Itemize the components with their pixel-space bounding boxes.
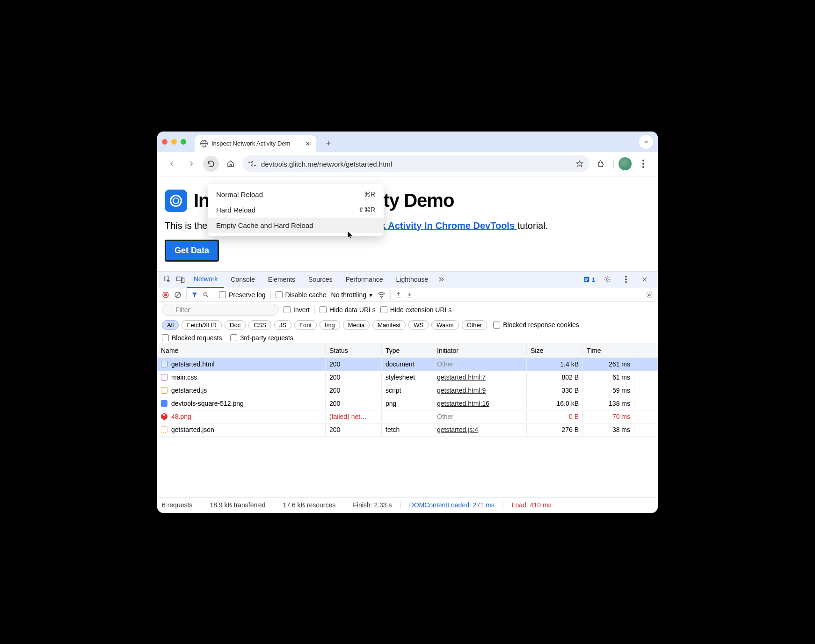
col-time[interactable]: Time [583,345,634,356]
table-row[interactable]: main.css200stylesheetgetstarted.html:780… [157,371,658,384]
menu-empty-cache-hard-reload[interactable]: Empty Cache and Hard Reload [208,218,384,233]
tab-elements[interactable]: Elements [262,271,302,288]
forward-button[interactable] [183,156,199,172]
table-row[interactable]: 48.png(failed) net…Other0 B70 ms [157,410,658,424]
col-type[interactable]: Type [382,345,433,356]
request-initiator[interactable]: getstarted.html:7 [433,372,527,383]
menu-hard-reload[interactable]: Hard Reload ⇧⌘R [208,202,384,218]
tab-console[interactable]: Console [224,271,261,288]
maximize-window-button[interactable] [181,139,186,145]
filter-pill-fetch[interactable]: Fetch/XHR [182,320,222,330]
filter-pill-img[interactable]: Img [320,320,340,330]
blocked-requests-checkbox[interactable]: Blocked requests [162,334,222,342]
search-button[interactable] [203,292,209,298]
request-initiator[interactable]: getstarted.html:16 [433,398,527,409]
hide-data-urls-checkbox[interactable]: Hide data URLs [320,306,376,314]
browser-tab[interactable]: Inspect Network Activity Dem ✕ [195,135,316,152]
home-icon [226,160,235,168]
request-time: 138 ms [583,398,634,409]
star-icon [575,160,584,168]
tab-lighthouse[interactable]: Lighthouse [390,271,435,288]
table-header: Name Status Type Initiator Size Time [157,344,658,358]
table-row[interactable]: getstarted.json200fetchgetstarted.js:427… [157,424,658,437]
file-type-icon [161,413,167,420]
filter-pill-ws[interactable]: WS [408,320,429,330]
filter-pill-media[interactable]: Media [343,320,370,330]
bookmark-button[interactable] [575,160,584,168]
menu-item-label: Normal Reload [216,190,263,198]
minimize-window-button[interactable] [171,139,177,145]
filter-pill-css[interactable]: CSS [248,320,271,330]
filter-input[interactable] [162,304,279,316]
blocked-cookies-checkbox[interactable]: Blocked response cookies [493,321,579,329]
throttling-dropdown[interactable]: No throttling ▾ [331,291,372,299]
disable-cache-checkbox[interactable]: Disable cache [276,291,327,299]
preserve-log-checkbox[interactable]: Preserve log [219,291,266,299]
device-toolbar-button[interactable] [174,276,187,283]
globe-icon [200,140,208,147]
col-status[interactable]: Status [326,345,382,356]
col-initiator[interactable]: Initiator [433,345,527,356]
request-status: (failed) net… [326,411,382,422]
filter-toggle-button[interactable] [191,292,198,298]
address-bar[interactable]: devtools.glitch.me/network/getstarted.ht… [242,155,589,172]
browser-menu-button[interactable] [635,156,651,172]
tab-network[interactable]: Network [187,271,224,288]
third-party-checkbox[interactable]: 3rd-party requests [230,334,293,342]
profile-avatar[interactable] [619,157,632,170]
get-data-button[interactable]: Get Data [165,240,219,262]
filter-pill-font[interactable]: Font [294,320,317,330]
network-conditions-button[interactable] [377,292,386,298]
settings-button[interactable] [601,276,614,283]
inspect-element-button[interactable] [161,276,174,283]
new-tab-button[interactable]: ＋ [322,136,335,149]
col-size[interactable]: Size [527,345,583,356]
import-button[interactable] [395,291,402,299]
network-settings-button[interactable] [646,291,653,299]
filter-pill-all[interactable]: All [162,320,179,330]
devtools-menu-button[interactable] [619,276,633,283]
request-name: 48.png [171,413,191,420]
more-tabs-button[interactable] [435,276,448,283]
table-row[interactable]: getstarted.js200scriptgetstarted.html:93… [157,384,658,397]
request-initiator[interactable]: getstarted.html:9 [433,385,527,396]
filter-pill-doc[interactable]: Doc [225,320,246,330]
checkbox-label: Invert [293,306,310,314]
home-button[interactable] [223,156,239,172]
table-row[interactable]: devtools-square-512.png200pnggetstarted.… [157,397,658,410]
hide-extension-urls-checkbox[interactable]: Hide extension URLs [380,306,452,314]
request-type [382,415,433,418]
invert-checkbox[interactable]: Invert [284,306,310,314]
status-domcontentloaded: DOMContentLoaded: 271 ms [409,501,495,509]
request-name: getstarted.html [171,360,215,368]
clear-button[interactable] [174,291,182,299]
request-initiator[interactable]: getstarted.js:4 [433,424,527,435]
tabs-dropdown-button[interactable] [639,135,653,149]
site-settings-icon[interactable] [248,160,256,168]
back-button[interactable] [164,156,180,172]
tab-performance[interactable]: Performance [339,271,389,288]
extensions-button[interactable] [593,156,609,172]
close-devtools-button[interactable] [638,276,651,283]
issues-button[interactable]: 1 [583,276,595,283]
url-text: devtools.glitch.me/network/getstarted.ht… [261,160,571,168]
tab-close-button[interactable]: ✕ [305,140,311,147]
tab-sources[interactable]: Sources [302,271,339,288]
devtools-panel: Network Console Elements Sources Perform… [157,271,658,513]
filter-pill-manifest[interactable]: Manifest [372,320,406,330]
status-transferred: 18.9 kB transferred [210,501,265,509]
export-button[interactable] [407,291,413,299]
col-name[interactable]: Name [157,345,326,356]
filter-pill-wasm[interactable]: Wasm [431,320,458,330]
svg-point-1 [252,161,253,163]
filter-pill-other[interactable]: Other [462,320,488,330]
record-button[interactable] [162,291,169,299]
menu-normal-reload[interactable]: Normal Reload ⌘R [208,187,384,202]
inspect-icon [164,276,171,283]
arrow-right-icon [187,160,196,168]
reload-button[interactable] [203,156,219,172]
table-row[interactable]: getstarted.html200documentOther1.4 kB261… [157,358,658,371]
request-time: 59 ms [583,385,634,396]
filter-pill-js[interactable]: JS [274,320,291,330]
close-window-button[interactable] [162,139,167,145]
